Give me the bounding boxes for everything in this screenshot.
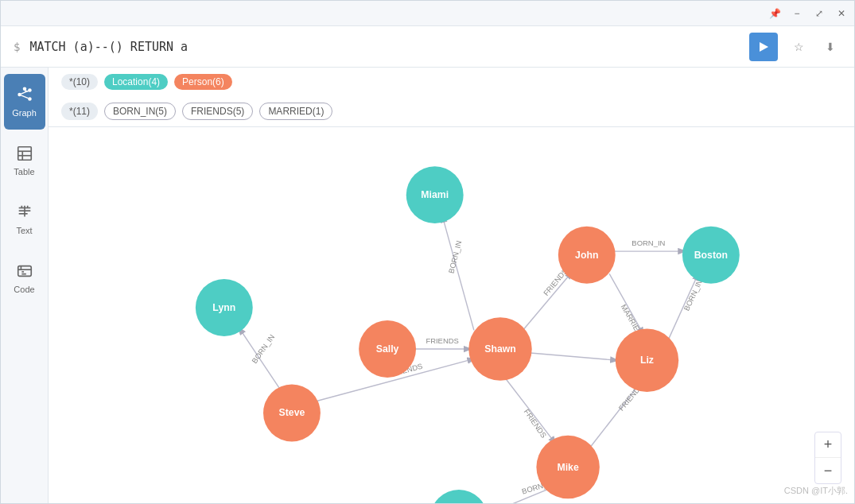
edge-steve-lynn [239,328,285,396]
run-button[interactable] [749,33,778,61]
node-miami-label: Miami [421,189,449,200]
edge-label-born-in-3: BORN_IN [682,278,704,312]
zoom-controls: + − [814,432,841,484]
query-prefix: $ [14,41,20,53]
node-john-label: John [575,250,598,261]
filter-friends[interactable]: FRIENDS(5) [182,103,253,120]
sidebar-item-code[interactable]: Code [4,250,45,306]
download-button[interactable]: ⬇ [819,36,841,58]
svg-point-1 [17,93,21,97]
main-area: Graph Table [1,68,854,503]
svg-point-4 [22,87,26,91]
close-btn[interactable]: ✕ [835,7,848,20]
sidebar-item-graph[interactable]: Graph [4,74,45,130]
filter-born-in[interactable]: BORN_IN(5) [104,103,176,120]
filter-all-nodes[interactable]: *(10) [61,74,98,90]
node-steve-label: Steve [279,407,305,418]
window: 📌 − ⤢ ✕ $ ☆ ⬇ G [0,0,855,504]
filter-married[interactable]: MARRIED(1) [259,103,332,120]
svg-marker-0 [760,42,768,52]
svg-rect-8 [17,147,31,161]
graph-area: BORN_IN BORN_IN BORN_IN FRIENDS MARRIED [49,127,854,503]
content: *(10) Location(4) Person(6) *(11) BORN_I… [49,68,854,503]
svg-line-7 [25,91,29,91]
query-input[interactable] [29,40,740,54]
table-label: Table [14,167,34,176]
node-mike-label: Mike [557,462,578,473]
code-label: Code [14,285,34,294]
filter-location[interactable]: Location(4) [104,74,168,90]
graph-svg: BORN_IN BORN_IN BORN_IN FRIENDS MARRIED [49,127,854,503]
sidebar-item-text[interactable]: Text [4,192,45,247]
svg-rect-18 [17,266,31,277]
node-sally-label: Sally [376,343,399,355]
svg-point-2 [28,88,32,92]
graph-label: Graph [12,108,37,118]
filter-bar: *(10) Location(4) Person(6) *(11) BORN_I… [49,68,854,127]
text-label: Text [16,226,32,235]
pin-icon[interactable]: 📌 [768,7,781,20]
edge-label-born-in-2: BORN_IN [632,238,665,247]
edge-label-friends-3: FRIENDS [523,407,549,439]
svg-point-3 [28,97,32,101]
bookmark-button[interactable]: ☆ [787,36,810,58]
edge-label-born-in-1: BORN_IN [447,239,464,274]
edge-shawn-liz [528,353,617,360]
zoom-in-button[interactable]: + [815,432,841,458]
sidebar: Graph Table [1,68,49,503]
svg-line-6 [21,95,28,99]
edge-shawn-john [523,273,571,331]
zoom-out-button[interactable]: − [815,458,841,483]
node-liz-label: Liz [640,355,654,366]
node-sf[interactable] [430,490,488,503]
title-bar: 📌 − ⤢ ✕ [1,1,854,26]
minimize-btn[interactable]: − [791,7,803,20]
node-shawn-label: Shawn [484,343,516,355]
query-bar: $ ☆ ⬇ [1,26,854,68]
query-actions: ☆ ⬇ [749,33,841,61]
node-lynn-label: Lynn [212,302,235,313]
edge-label-born-in-4: BORN_IN [250,332,276,365]
edge-label-friends-2: FRIENDS [426,336,459,345]
maximize-btn[interactable]: ⤢ [813,7,826,20]
node-boston-label: Boston [694,250,728,261]
edge-shawn-miami [442,216,474,331]
sidebar-item-table[interactable]: Table [4,133,45,188]
filter-person[interactable]: Person(6) [174,74,232,90]
filter-all-edges[interactable]: *(11) [61,103,98,120]
watermark: CSDN @IT小郭. [784,485,848,497]
